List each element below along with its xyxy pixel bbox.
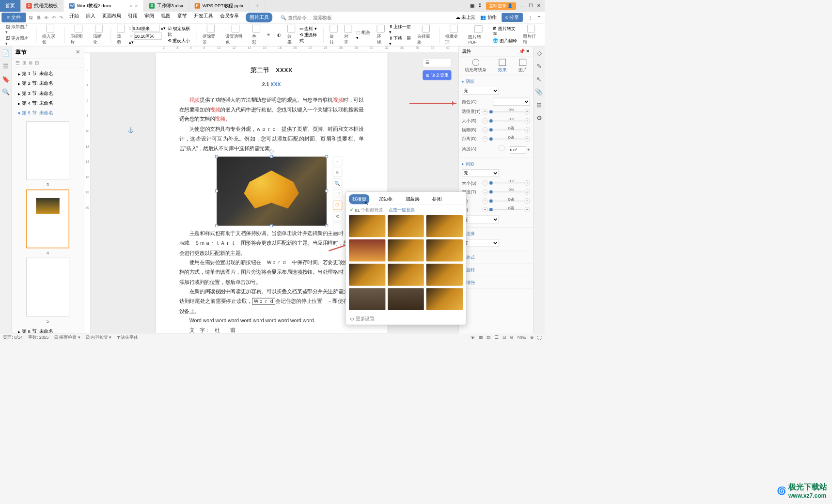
img-translate-button[interactable]: 🌐 图片翻译 [493,38,519,44]
cloud-status[interactable]: ☁ 未上云 [455,14,476,21]
search-rail-icon[interactable]: 🔍 [2,88,10,95]
select-pane-button[interactable]: 选择窗格 [415,25,437,45]
rotate-handle[interactable] [269,150,273,154]
float-replace-icon[interactable]: ⟲ [332,212,342,221]
selected-image[interactable]: − ≡ 🔍 ⬚ 🛡 ⟲ ⋯ [217,157,327,226]
section-item[interactable]: ▸ 第 3 节: 未命名 [12,89,84,98]
angle-input[interactable] [510,146,526,154]
resize-handle[interactable] [215,224,218,227]
menu-image-tools[interactable]: 图片工具 [246,13,272,22]
more-icon[interactable]: ⋮ [528,15,533,20]
file-menu[interactable]: ≡ 文件 [1,13,26,22]
close-window-icon[interactable]: ✕ [537,3,541,8]
insert-shape-button[interactable]: 插入形状 [40,25,61,45]
essay-check-button[interactable]: 🗎 论文查重 [423,70,451,80]
img-to-pdf-button[interactable]: 图片转PDF [466,25,491,45]
similar-image-cell[interactable] [426,264,463,285]
resize-handle[interactable] [325,224,328,227]
nav-tool-4[interactable]: ⊟ [35,60,39,65]
reflect-section[interactable]: ▸ 倒影 [462,160,530,167]
fullscreen-icon[interactable]: ⛶ [537,335,542,340]
float-more-icon[interactable]: ⋯ [332,222,342,232]
reflect-select2[interactable]: 无 [462,215,499,223]
shadow-section[interactable]: ▸ 阴影 [462,78,530,85]
menu-view[interactable]: 视图 [161,13,170,22]
template-search-input[interactable] [313,15,337,20]
tab-template[interactable]: D找稻壳模板 [21,0,63,12]
lock-ratio-check[interactable]: ☑ 锁定纵横比 [168,26,193,37]
reset-size-button[interactable]: ⟲ 重设大小 [168,38,193,44]
reset-style-button[interactable]: ⟲ 重设样式 [299,32,321,44]
tab-home[interactable]: 首页 [0,0,21,12]
threed-section[interactable]: 维格式 [462,253,530,261]
resize-handle[interactable] [325,155,328,158]
similar-image-cell[interactable] [388,288,424,310]
section-item[interactable]: ▸ 第 2 节: 未命名 [12,79,84,89]
rotate3d-section[interactable]: 维旋转 [462,266,530,273]
select-icon[interactable]: ↖ [536,76,542,83]
brightness-icon[interactable]: ☀ [265,32,273,37]
horizontal-ruler[interactable]: 246810121416182022242628303234363840 [84,47,458,53]
menu-section[interactable]: 章节 [177,13,187,22]
shadow-color-select[interactable] [493,98,530,106]
view-print-icon[interactable]: ▦ [479,335,483,340]
float-crop-icon[interactable]: ⬚ [332,189,342,199]
img-print-button[interactable]: 图片打印 [520,25,542,45]
menu-layout[interactable]: 页面布局 [102,13,121,22]
menu-reference[interactable]: 引用 [128,13,137,22]
color-button[interactable]: 色彩 [250,25,263,45]
remove-bg-button[interactable]: 抠除背景 [200,25,221,45]
resize-handle[interactable] [270,224,273,227]
command-search-input[interactable] [288,15,312,20]
qat-save-icon[interactable]: 🖫 [29,15,33,20]
menu-vip[interactable]: 会员专享 [220,13,239,22]
float-minus-icon[interactable]: − [332,157,342,166]
reflect-preset-select[interactable]: 无 [462,169,499,177]
page-thumb[interactable] [26,258,69,317]
vertical-ruler[interactable]: 2468101214161820 [84,53,91,333]
align-button[interactable]: 对齐 [342,25,355,45]
section-item[interactable]: ▸ 第 6 节: 未命名 [12,327,84,333]
tab-fill-line[interactable]: 填充与线条 [465,59,487,73]
img-to-text-button[interactable]: 🖹 图片转文字 [493,26,519,37]
resize-handle[interactable] [215,189,218,192]
similar-image-cell[interactable] [388,215,424,237]
crop-button[interactable]: 裁剪 [114,25,127,45]
nav-icon[interactable]: ☰ [3,63,8,70]
similar-image-cell[interactable] [426,239,463,261]
view-outline-icon[interactable]: ☰ [495,335,499,340]
similar-image-cell[interactable] [426,288,463,310]
tab-word-doc[interactable]: WWord教程2.docx●✕ [63,0,143,12]
qat-print-icon[interactable]: 🖶 [36,15,41,20]
wrap-button[interactable]: 环绕 [375,25,388,45]
pin-icon[interactable]: 📌 [519,48,525,54]
tab-new[interactable]: ＋ [249,0,265,12]
move-up-button[interactable]: ⬆ 上移一层 ▾ [389,23,414,34]
sharpen-button[interactable]: 清晰化 [91,25,108,45]
float-layout-icon[interactable]: ≡ [332,168,342,177]
pen-icon[interactable]: ✎ [536,63,542,70]
float-zoom-icon[interactable]: 🔍 [332,179,342,188]
similar-image-cell[interactable] [388,264,424,285]
menu-review[interactable]: 审阅 [144,13,154,22]
qat-redo-icon[interactable]: ↷ [59,15,63,20]
zoom-out-icon[interactable]: ⊖ [510,335,513,340]
group-button[interactable]: ⬚ 组合 ▾ [356,29,373,40]
nav-tool-1[interactable]: ☰ [16,60,20,65]
dec-icon[interactable]: − [482,109,487,114]
nav-tool-2[interactable]: ⊞ [22,60,26,65]
view-mode-icon[interactable]: 👁 [471,335,475,340]
qat-undo-icon[interactable]: ↶ [52,15,56,20]
clip-icon[interactable]: 📎 [535,88,543,95]
similar-image-cell[interactable] [349,264,385,285]
collapse-ribbon-icon[interactable]: ⌃ [537,15,541,20]
tab-image[interactable]: 图片 [518,59,527,73]
zoom-in-icon[interactable]: ⊕ [530,335,534,340]
height-input[interactable] [132,25,160,32]
props-close-icon[interactable]: ✕ [526,48,530,54]
style-icon[interactable]: ◇ [537,49,542,57]
move-down-button[interactable]: ⬇ 下移一层 ▾ [389,35,414,46]
rotate-button[interactable]: 旋转 [327,25,340,45]
close-icon[interactable]: ✕ [135,4,138,8]
gear-icon[interactable]: ⚙ [536,114,542,122]
